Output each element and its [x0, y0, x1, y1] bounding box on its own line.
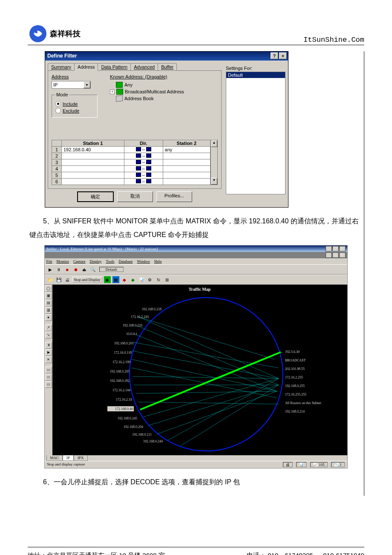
- close-icon[interactable]: ×: [339, 246, 346, 251]
- dialog-title: Define Filter: [47, 53, 77, 59]
- tab-summary[interactable]: Summary: [48, 63, 75, 71]
- minimize-icon[interactable]: _: [326, 246, 332, 251]
- tb-icon[interactable]: ↻: [155, 276, 162, 283]
- svg-text:172.16.2.144: 172.16.2.144: [112, 388, 130, 392]
- svg-text:172.16.255.255: 172.16.255.255: [285, 393, 306, 396]
- svg-text:192.168.0.233: 192.168.0.233: [123, 324, 142, 327]
- address-label: Address: [52, 74, 69, 79]
- side-icon[interactable]: ✕: [45, 356, 52, 363]
- tree-item-broadcast[interactable]: +Broadcast/Multicast Address: [110, 89, 184, 95]
- svg-text:192.168.0.244: 192.168.0.244: [143, 439, 163, 443]
- nic-icon: [116, 82, 123, 88]
- profile-combo[interactable]: Default: [99, 267, 124, 272]
- side-icon[interactable]: ↗: [45, 324, 52, 331]
- binoculars-icon[interactable]: 🔍: [89, 266, 97, 273]
- tb-icon[interactable]: 💾: [55, 276, 63, 283]
- footer-address: 地址：北京昌平区天通苑东一区 10 号楼 2608 室: [28, 552, 165, 555]
- table-scrollbar[interactable]: ▲ ▼: [210, 140, 218, 185]
- print-icon[interactable]: 🖨: [63, 276, 71, 283]
- menu-capture[interactable]: Capture: [73, 259, 86, 263]
- table-row[interactable]: 3↔: [52, 159, 210, 166]
- tab-data-pattern[interactable]: Data Pattern: [98, 63, 131, 71]
- menu-file[interactable]: File: [46, 259, 52, 263]
- tab-mac[interactable]: MAC: [46, 455, 63, 461]
- side-icon[interactable]: ▭: [45, 374, 52, 381]
- close-button[interactable]: ×: [279, 52, 287, 59]
- sniffer-matrix-window: Sniffer - Local, Ethernet (Line speed at…: [44, 245, 348, 468]
- side-icon[interactable]: ●: [45, 314, 52, 321]
- svg-text:192.168.0.205: 192.168.0.205: [110, 370, 130, 373]
- tb-icon[interactable]: ⊞: [163, 276, 171, 283]
- side-icon[interactable]: ▶: [45, 349, 52, 356]
- svg-line-18: [168, 379, 279, 440]
- tab-address[interactable]: Address: [74, 63, 98, 71]
- book-icon: [116, 95, 123, 102]
- address-type-combo[interactable]: IP ▼: [52, 81, 91, 89]
- radio-icon: [55, 101, 61, 107]
- tab-ip[interactable]: IP: [63, 455, 74, 461]
- mode-exclude-radio[interactable]: Exclude: [55, 108, 94, 113]
- scroll-down-icon[interactable]: ▼: [211, 178, 217, 185]
- tb-icon[interactable]: ◆: [129, 276, 137, 283]
- tb-icon[interactable]: 📊: [138, 276, 145, 283]
- tree-item-any[interactable]: Any: [110, 82, 184, 88]
- pause-icon[interactable]: ⏸: [55, 266, 63, 273]
- menu-display[interactable]: Display: [90, 259, 102, 263]
- profiles-button[interactable]: Profiles...: [156, 191, 192, 202]
- record-icon[interactable]: ⏺: [72, 266, 80, 273]
- status-count-a: 📈 105: [310, 462, 328, 467]
- table-row[interactable]: 1192.168.0.40↔any: [52, 147, 210, 153]
- tab-ipx[interactable]: IPX: [74, 455, 88, 461]
- stop-icon[interactable]: ■: [63, 266, 71, 273]
- matrix-sidebar: ◯ ▦ ▤ ▥ ● ↗ ↘ ⏸ ▶ ✕ ▭ ▭ ▭: [45, 285, 52, 455]
- tree-item-addressbook[interactable]: Address Book: [110, 95, 184, 101]
- tb-icon[interactable]: ⚙: [146, 276, 154, 283]
- tb-icon[interactable]: 📁: [46, 276, 54, 283]
- side-icon[interactable]: ▤: [45, 300, 52, 306]
- side-icon[interactable]: ▥: [45, 307, 52, 314]
- tb-icon[interactable]: ▦: [112, 276, 120, 283]
- side-icon[interactable]: ▭: [45, 381, 52, 388]
- eject-icon[interactable]: ⏏: [81, 266, 88, 273]
- table-row[interactable]: 6↔: [52, 179, 210, 185]
- child-max-icon[interactable]: □: [332, 252, 339, 258]
- svg-text:10.0.0.1: 10.0.0.1: [126, 332, 137, 336]
- side-icon[interactable]: ◯: [45, 285, 52, 292]
- table-row[interactable]: 4↔: [52, 166, 210, 172]
- settings-list[interactable]: Default: [226, 72, 285, 194]
- status-count-b: 📉 1: [331, 462, 345, 467]
- tab-advanced[interactable]: Advanced: [130, 63, 158, 71]
- cancel-button[interactable]: 取消: [117, 191, 153, 202]
- play-icon[interactable]: ▶: [46, 266, 54, 273]
- expand-icon[interactable]: +: [110, 90, 115, 94]
- side-icon[interactable]: ▭: [45, 367, 52, 373]
- menu-tools[interactable]: Tools: [106, 259, 115, 263]
- menu-monitor[interactable]: Monitor: [57, 259, 69, 263]
- child-close-icon[interactable]: ×: [339, 252, 346, 258]
- mode-include-radio[interactable]: Include: [55, 101, 94, 107]
- menu-window[interactable]: Window: [137, 259, 150, 263]
- chevron-down-icon[interactable]: ▼: [84, 81, 90, 88]
- side-icon[interactable]: ▦: [45, 292, 52, 299]
- svg-text:192.168.0.255: 192.168.0.255: [285, 384, 305, 388]
- help-button[interactable]: ?: [271, 52, 278, 59]
- maximize-icon[interactable]: □: [332, 246, 339, 251]
- stop-display-button[interactable]: Stop and Display: [72, 277, 103, 283]
- side-icon[interactable]: ↘: [45, 332, 52, 338]
- traffic-map-canvas[interactable]: Traffic Map: [52, 285, 347, 455]
- tab-buffer[interactable]: Buffer: [158, 63, 177, 71]
- svg-text:192.168.0.214: 192.168.0.214: [285, 410, 305, 413]
- matrix-toolbar-2: 📁 💾 🖨 Stop and Display ◉ ▦ ◆ ◆ 📊 ⚙ ↻ ⊞: [45, 275, 347, 285]
- menu-help[interactable]: Help: [154, 259, 162, 263]
- child-min-icon[interactable]: _: [326, 252, 332, 258]
- tb-icon[interactable]: ◉: [104, 276, 111, 283]
- table-row[interactable]: 5↔: [52, 172, 210, 179]
- tb-icon[interactable]: ◆: [121, 276, 128, 283]
- menu-database[interactable]: Database: [118, 259, 133, 263]
- settings-item-default[interactable]: Default: [226, 72, 285, 78]
- ok-button[interactable]: 确定: [77, 191, 114, 202]
- scroll-up-icon[interactable]: ▲: [211, 140, 217, 147]
- table-row[interactable]: 2↔: [52, 153, 210, 159]
- svg-text:BROADCAST: BROADCAST: [285, 358, 306, 362]
- side-pause-icon[interactable]: ⏸: [45, 342, 52, 349]
